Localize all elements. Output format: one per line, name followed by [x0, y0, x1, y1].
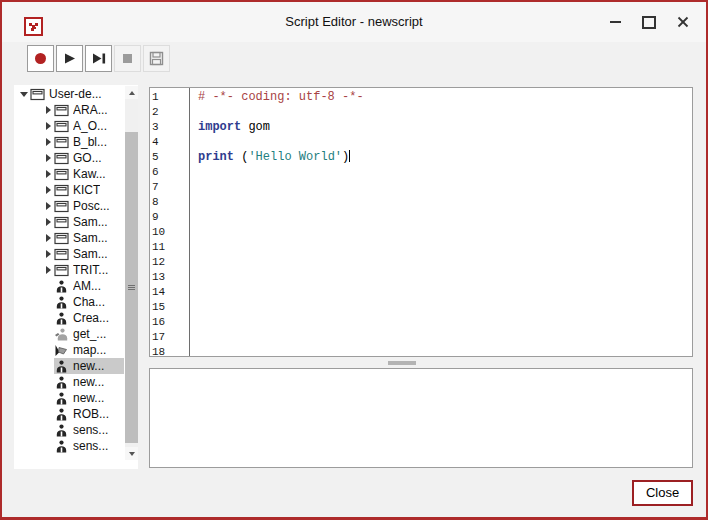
line-number: 1: [150, 90, 189, 105]
save-icon: [148, 50, 165, 67]
tree-item-cha[interactable]: Cha...: [14, 294, 124, 310]
expand-arrow-icon[interactable]: [42, 166, 54, 182]
tree-item-content: new...: [54, 358, 124, 374]
tree-item-go[interactable]: GO...: [14, 150, 124, 166]
tree-item-new[interactable]: new...: [14, 358, 124, 374]
code-line: [198, 255, 690, 270]
expand-arrow-icon[interactable]: [42, 262, 54, 278]
tree-item-new[interactable]: new...: [14, 374, 124, 390]
tree-item-label: sens...: [73, 423, 108, 437]
line-number: 12: [150, 255, 189, 270]
run-button[interactable]: [56, 45, 83, 72]
folder-icon: [54, 151, 69, 166]
scroll-down-button[interactable]: [125, 447, 138, 460]
tree-item-posc[interactable]: Posc...: [14, 198, 124, 214]
token-plain: (: [234, 150, 248, 164]
token-keyword: print: [198, 150, 234, 164]
tree-item-trit[interactable]: TRIT...: [14, 262, 124, 278]
line-number: 9: [150, 210, 189, 225]
script-tree-panel: User-de...ARA...A_O...B_bl...GO...Kaw...…: [14, 85, 138, 469]
tree-item-label: TRIT...: [73, 263, 108, 277]
code-editor[interactable]: 123456789101112131415161718 # -*- coding…: [149, 87, 693, 357]
window-controls: [598, 2, 700, 42]
expand-arrow-icon[interactable]: [42, 134, 54, 150]
tree-item-get_[interactable]: get_...: [14, 326, 124, 342]
maximize-button[interactable]: [632, 7, 666, 37]
script-icon: [54, 407, 69, 422]
expand-arrow-icon[interactable]: [42, 118, 54, 134]
expand-arrow-icon[interactable]: [42, 230, 54, 246]
record-button[interactable]: [27, 45, 54, 72]
arrow-glyph: [46, 202, 51, 210]
expand-arrow-icon[interactable]: [42, 102, 54, 118]
tree-item-am[interactable]: AM...: [14, 278, 124, 294]
code-line: [198, 195, 690, 210]
tree-item-sam[interactable]: Sam...: [14, 246, 124, 262]
tree-item-sens[interactable]: sens...: [14, 438, 124, 454]
line-number: 17: [150, 330, 189, 345]
tree-item-kaw[interactable]: Kaw...: [14, 166, 124, 182]
tree-item-content: B_bl...: [54, 134, 124, 150]
tree-item-content: User-de...: [30, 86, 124, 102]
tree-item-userde[interactable]: User-de...: [14, 86, 124, 102]
tree-item-label: Sam...: [73, 215, 108, 229]
line-number: 18: [150, 345, 189, 360]
script-icon: [54, 311, 69, 326]
twisty-spacer: [42, 326, 54, 342]
script-tree: User-de...ARA...A_O...B_bl...GO...Kaw...…: [14, 86, 124, 454]
tree-item-a_o[interactable]: A_O...: [14, 118, 124, 134]
tree-item-label: Crea...: [73, 311, 109, 325]
tree-item-sam[interactable]: Sam...: [14, 214, 124, 230]
arrow-glyph: [46, 234, 51, 242]
twisty-spacer: [42, 438, 54, 454]
arrow-glyph: [46, 138, 51, 146]
scrollbar-thumb[interactable]: [125, 132, 138, 443]
expand-arrow-icon[interactable]: [42, 246, 54, 262]
tree-scrollbar[interactable]: [125, 86, 138, 460]
twisty-spacer: [42, 406, 54, 422]
expand-arrow-icon[interactable]: [42, 214, 54, 230]
folder-icon: [54, 103, 69, 118]
tree-item-content: A_O...: [54, 118, 124, 134]
arrow-glyph: [46, 266, 51, 274]
tree-item-kict[interactable]: KICT: [14, 182, 124, 198]
tree-item-label: Posc...: [73, 199, 110, 213]
tree-item-rob[interactable]: ROB...: [14, 406, 124, 422]
close-window-button[interactable]: [666, 7, 700, 37]
token-string: 'Hello World': [248, 150, 342, 164]
close-button[interactable]: Close: [632, 480, 693, 506]
expand-arrow-icon[interactable]: [42, 150, 54, 166]
run-step-button[interactable]: [85, 45, 112, 72]
line-number: 14: [150, 285, 189, 300]
tree-item-map[interactable]: map...: [14, 342, 124, 358]
script-icon: [54, 391, 69, 406]
tree-item-sam[interactable]: Sam...: [14, 230, 124, 246]
folder-icon: [54, 167, 69, 182]
tree-item-label: AM...: [73, 279, 101, 293]
tree-item-content: GO...: [54, 150, 124, 166]
script-dim-icon: [54, 327, 69, 342]
tree-item-ara[interactable]: ARA...: [14, 102, 124, 118]
tree-item-label: Cha...: [73, 295, 105, 309]
code-area[interactable]: # -*- coding: utf-8 -*-import gomprint (…: [198, 90, 690, 360]
output-console[interactable]: [149, 368, 693, 468]
tree-item-crea[interactable]: Crea...: [14, 310, 124, 326]
folder-icon: [54, 263, 69, 278]
tree-item-new[interactable]: new...: [14, 390, 124, 406]
arrow-glyph: [46, 186, 51, 194]
collapse-arrow-icon[interactable]: [18, 86, 30, 102]
line-number: 7: [150, 180, 189, 195]
tree-item-b_bl[interactable]: B_bl...: [14, 134, 124, 150]
minimize-button[interactable]: [598, 7, 632, 37]
line-number: 3: [150, 120, 189, 135]
script-icon: [54, 439, 69, 454]
arrow-glyph: [46, 250, 51, 258]
tree-item-content: Sam...: [54, 230, 124, 246]
expand-arrow-icon[interactable]: [42, 182, 54, 198]
scroll-up-button[interactable]: [125, 86, 138, 99]
code-line: [198, 270, 690, 285]
tree-item-sens[interactable]: sens...: [14, 422, 124, 438]
splitter-handle[interactable]: [388, 361, 416, 365]
expand-arrow-icon[interactable]: [42, 198, 54, 214]
script-icon: [54, 375, 69, 390]
